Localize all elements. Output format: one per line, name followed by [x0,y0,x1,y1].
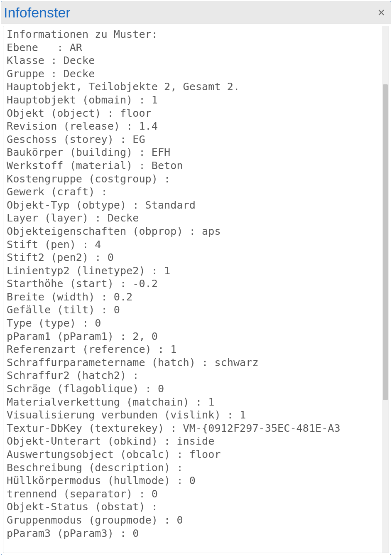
content-wrap: Informationen zu Muster: Ebene : AR Klas… [3,26,389,553]
vertical-scrollbar[interactable] [382,26,389,553]
titlebar: Infofenster × [1,1,391,24]
window-title: Infofenster [4,5,71,20]
close-button[interactable]: × [375,6,387,19]
scrollbar-thumb[interactable] [383,84,388,400]
info-text-area[interactable]: Informationen zu Muster: Ebene : AR Klas… [3,26,382,553]
close-icon: × [377,5,385,19]
info-window: Infofenster × Informationen zu Muster: E… [1,1,391,555]
